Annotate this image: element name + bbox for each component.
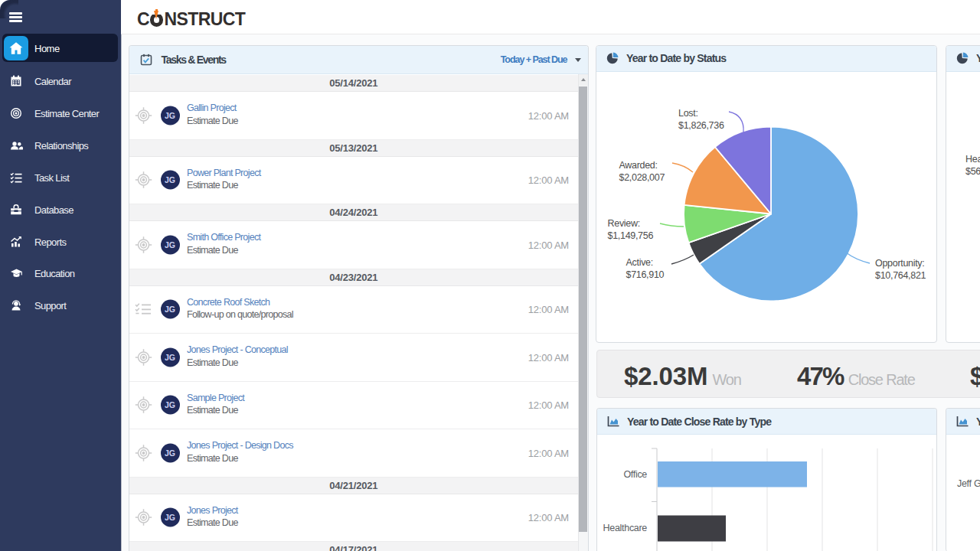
svg-text:Active:: Active: <box>626 256 653 267</box>
svg-text:$1,149,756: $1,149,756 <box>608 230 654 241</box>
svg-text:$1,826,736: $1,826,736 <box>678 120 724 131</box>
svg-text:Office: Office <box>623 469 647 480</box>
svg-text:Opportunity:: Opportunity: <box>875 258 925 269</box>
svg-text:Healthcare: Healthcare <box>603 523 648 533</box>
svg-text:$10,764,821: $10,764,821 <box>875 270 926 281</box>
svg-text:Review:: Review: <box>608 218 640 229</box>
svg-text:Lost:: Lost: <box>678 108 698 119</box>
svg-text:$2,028,007: $2,028,007 <box>619 172 665 183</box>
svg-text:Awarded:: Awarded: <box>619 160 658 171</box>
svg-text:$716,910: $716,910 <box>626 269 665 279</box>
